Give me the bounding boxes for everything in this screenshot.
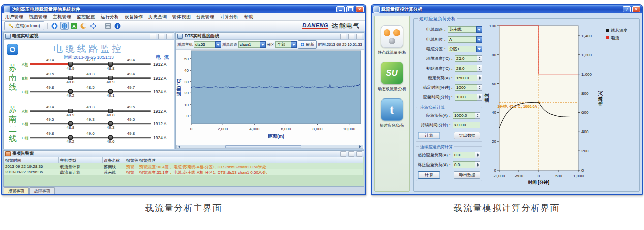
input-field[interactable]: 1000: [455, 84, 482, 91]
spin-up-icon[interactable]: [479, 94, 481, 97]
panel-maximize-button[interactable]: [356, 34, 362, 39]
menu-item[interactable]: 主机管理: [53, 14, 71, 20]
panel-float-button[interactable]: [150, 34, 156, 39]
panel-maximize-button[interactable]: [166, 34, 172, 39]
input-field[interactable]: >1000: [453, 122, 480, 128]
spin-down-icon[interactable]: [479, 69, 481, 71]
spinner-buttons[interactable]: [477, 75, 482, 81]
dropdown-arrow-icon[interactable]: [215, 41, 221, 48]
spinner-buttons[interactable]: [475, 112, 480, 119]
info-icon[interactable]: i: [114, 22, 122, 30]
panel-float-button[interactable]: [340, 34, 346, 39]
dropdown[interactable]: A: [448, 36, 482, 43]
spin-down-icon[interactable]: [479, 88, 481, 90]
spinner-buttons[interactable]: [475, 161, 480, 168]
help-button[interactable]: ?: [623, 6, 631, 12]
dropdown-arrow-icon[interactable]: [260, 41, 266, 48]
logout-button[interactable]: 注销(admin): [4, 21, 44, 30]
spin-down-icon[interactable]: [479, 59, 481, 61]
svg-text:10: 10: [184, 103, 189, 107]
alarm-row[interactable]: 2013-09-22 19:56:36载流量计算苏南线报警报警温度:35.1度，…: [4, 169, 363, 175]
export-data-button[interactable]: 导出数据: [454, 132, 480, 139]
alarm-row[interactable]: 2013-09-22 19:28:36载流量计算苏南线预警预警温度:30.4度，…: [4, 163, 363, 169]
input-field[interactable]: 25.0: [455, 55, 482, 62]
alarm-cell: 2013-09-22 19:56:36: [4, 169, 59, 175]
spin-down-icon[interactable]: [477, 116, 479, 118]
refresh-button[interactable]: 刷新: [298, 40, 317, 49]
dropdown-arrow-icon[interactable]: [476, 26, 482, 33]
minimize-button[interactable]: [336, 6, 345, 12]
close-button[interactable]: ×: [356, 6, 364, 12]
dropdown[interactable]: 分区1: [448, 46, 482, 52]
spin-down-icon[interactable]: [477, 165, 479, 168]
panel-minimize-button[interactable]: [348, 34, 354, 39]
input-field[interactable]: 0.0: [453, 152, 480, 158]
menu-item[interactable]: 台账管理: [196, 14, 214, 20]
spinner-buttons[interactable]: [477, 65, 482, 72]
channel-select[interactable]: chan1: [238, 41, 266, 48]
zone-select[interactable]: 全部: [275, 41, 297, 48]
spinner-buttons[interactable]: [475, 152, 480, 158]
spin-down-icon[interactable]: [479, 97, 481, 100]
spin-up-icon[interactable]: [479, 65, 481, 68]
input-field[interactable]: 0.0: [453, 161, 480, 168]
spin-up-icon[interactable]: [477, 162, 479, 165]
form-row: 稳定时间[分钟]：1000: [416, 83, 482, 92]
dropdown-arrow-icon[interactable]: [291, 41, 297, 48]
panel-minimize-button[interactable]: [348, 151, 354, 157]
scrollbar-thumb[interactable]: [225, 145, 301, 148]
globe-icon[interactable]: [60, 22, 69, 30]
calc-button[interactable]: 计算: [418, 171, 440, 179]
scroll-right-icon[interactable]: [358, 145, 363, 148]
spinner-buttons[interactable]: [477, 84, 482, 91]
spin-up-icon[interactable]: [477, 113, 479, 115]
export-data-button[interactable]: 导出数据: [454, 171, 480, 179]
menu-item[interactable]: 用户管理: [5, 14, 23, 20]
tab-alarm-events[interactable]: 报警事项: [4, 187, 29, 194]
spin-up-icon[interactable]: [477, 152, 479, 155]
snowflake-icon[interactable]: [51, 22, 59, 30]
menu-item[interactable]: 历史查询: [148, 14, 167, 20]
calculator-icon[interactable]: [104, 22, 112, 30]
spin-up-icon[interactable]: [479, 75, 481, 78]
scroll-left-icon[interactable]: [177, 145, 181, 148]
night-mode-icon[interactable]: [80, 22, 88, 30]
restore-button[interactable]: [346, 6, 354, 12]
spinner-buttons[interactable]: [477, 55, 482, 62]
spin-up-icon[interactable]: [479, 85, 481, 87]
field-value: >1000: [453, 122, 480, 128]
menu-item[interactable]: 管体视图: [172, 14, 191, 20]
panel-icon: [5, 34, 11, 39]
menu-item[interactable]: 计算分析: [220, 14, 238, 20]
spin-down-icon[interactable]: [477, 155, 479, 158]
menu-item[interactable]: 帮助: [244, 14, 253, 20]
menu-item[interactable]: 设备操作: [125, 14, 143, 20]
field-value: 29.0: [455, 65, 477, 72]
panel-float-button[interactable]: [340, 151, 346, 157]
menu-item[interactable]: 视图管理: [29, 14, 47, 20]
input-field[interactable]: 1500.0: [455, 75, 482, 81]
tab-fault-events[interactable]: 故障事项: [29, 187, 55, 194]
dropdown-arrow-icon[interactable]: [476, 36, 482, 43]
dropdown[interactable]: 苏南线: [448, 26, 482, 33]
sidebar-item[interactable]: t短时应急负荷: [375, 98, 409, 128]
spinner-buttons[interactable]: [477, 94, 482, 101]
input-field[interactable]: 29.0: [455, 65, 482, 72]
calc-button[interactable]: 计算: [418, 132, 440, 139]
spin-down-icon[interactable]: [479, 78, 481, 81]
menu-item[interactable]: 监控配置: [77, 14, 95, 20]
input-field[interactable]: 1000.0: [453, 112, 480, 119]
spin-up-icon[interactable]: [479, 56, 481, 58]
dropdown-arrow-icon[interactable]: [476, 46, 482, 52]
panel-maximize-button[interactable]: [356, 151, 362, 157]
horizontal-scrollbar[interactable]: [176, 145, 363, 149]
menu-item[interactable]: 运行分析: [101, 14, 119, 20]
fullscreen-icon[interactable]: [89, 22, 98, 30]
sidebar-item[interactable]: 静态载流量分析: [375, 25, 409, 55]
close-button[interactable]: ×: [632, 6, 640, 12]
input-field[interactable]: 1000: [455, 94, 482, 101]
host-select[interactable]: dts53: [194, 41, 221, 48]
panel-minimize-button[interactable]: [158, 34, 164, 39]
alarm-config-icon[interactable]: A: [70, 22, 78, 30]
sidebar-item[interactable]: SU动态载流量分析: [375, 62, 409, 92]
